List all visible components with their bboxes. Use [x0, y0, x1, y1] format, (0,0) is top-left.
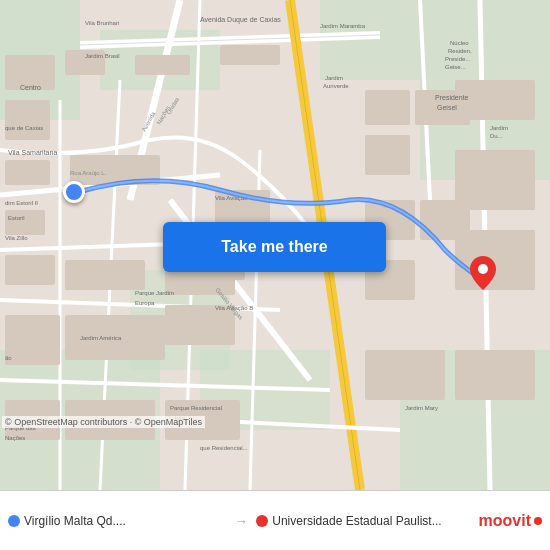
svg-text:Núcleo: Núcleo	[450, 40, 469, 46]
svg-rect-53	[455, 150, 535, 210]
origin-location: Virgílio Malta Qd....	[8, 514, 226, 528]
svg-text:Parque Jardim: Parque Jardim	[135, 290, 174, 296]
svg-text:Parque Residencial: Parque Residencial	[170, 405, 222, 411]
origin-label: Virgílio Malta Qd....	[24, 514, 126, 528]
bottom-bar: Virgílio Malta Qd.... → Universidade Est…	[0, 490, 550, 550]
svg-text:Presidente: Presidente	[435, 94, 469, 101]
svg-text:Vila Brunhari: Vila Brunhari	[85, 20, 119, 26]
svg-text:dim Estoril II: dim Estoril II	[5, 200, 38, 206]
svg-text:Jardim América: Jardim América	[80, 335, 122, 341]
svg-rect-3	[320, 0, 550, 80]
svg-text:Auriverde: Auriverde	[323, 83, 349, 89]
map-attribution: © OpenStreetMap contributors · © OpenMap…	[2, 416, 205, 428]
svg-rect-36	[5, 315, 60, 365]
svg-rect-51	[365, 350, 445, 400]
destination-location: Universidade Estadual Paulist...	[256, 514, 474, 528]
svg-text:Centro: Centro	[20, 84, 41, 91]
svg-text:Preside...: Preside...	[445, 56, 471, 62]
svg-rect-28	[135, 55, 190, 75]
svg-text:Jardim: Jardim	[490, 125, 508, 131]
svg-text:Europa: Europa	[135, 300, 155, 306]
svg-text:que Residencial...: que Residencial...	[200, 445, 248, 451]
moovit-logo: moovit	[479, 512, 542, 530]
svg-rect-45	[365, 90, 410, 125]
svg-text:Residen.: Residen.	[448, 48, 472, 54]
map-container: Centro que de Caxias Vila Samaritana dim…	[0, 0, 550, 490]
destination-marker	[470, 256, 496, 290]
svg-text:Geisel: Geisel	[437, 104, 457, 111]
svg-rect-33	[5, 210, 45, 235]
destination-label: Universidade Estadual Paulist...	[272, 514, 441, 528]
destination-dot	[256, 515, 268, 527]
moovit-text: moovit	[479, 512, 531, 530]
svg-text:que de Caxias: que de Caxias	[5, 125, 43, 131]
svg-rect-34	[5, 255, 55, 285]
svg-text:Jardim: Jardim	[325, 75, 343, 81]
svg-text:Geise...: Geise...	[445, 64, 466, 70]
svg-text:Jardim Mary: Jardim Mary	[405, 405, 438, 411]
svg-rect-42	[165, 305, 235, 345]
svg-text:Vila Samaritana: Vila Samaritana	[8, 149, 57, 156]
arrow-icon: →	[230, 513, 252, 529]
svg-text:Vila Zillo: Vila Zillo	[5, 235, 28, 241]
svg-text:Avenida Duque de Caxias: Avenida Duque de Caxias	[200, 16, 281, 24]
svg-text:Du...: Du...	[490, 133, 503, 139]
svg-text:ão: ão	[5, 355, 12, 361]
svg-text:Nações: Nações	[5, 435, 25, 441]
origin-dot	[8, 515, 20, 527]
svg-point-93	[478, 264, 488, 274]
svg-text:Rua Araújo L.: Rua Araújo L.	[70, 170, 107, 176]
svg-text:Estoril: Estoril	[8, 215, 25, 221]
svg-rect-52	[455, 350, 535, 400]
svg-text:Jardim Maramba: Jardim Maramba	[320, 23, 366, 29]
moovit-dot	[534, 517, 542, 525]
origin-marker	[63, 181, 85, 203]
svg-rect-29	[220, 45, 280, 65]
svg-text:Jardim Brasil: Jardim Brasil	[85, 53, 120, 59]
svg-rect-31	[5, 160, 50, 185]
svg-rect-30	[5, 100, 50, 140]
svg-rect-35	[65, 260, 145, 290]
svg-rect-47	[365, 135, 410, 175]
take-me-there-button[interactable]: Take me there	[163, 222, 386, 272]
